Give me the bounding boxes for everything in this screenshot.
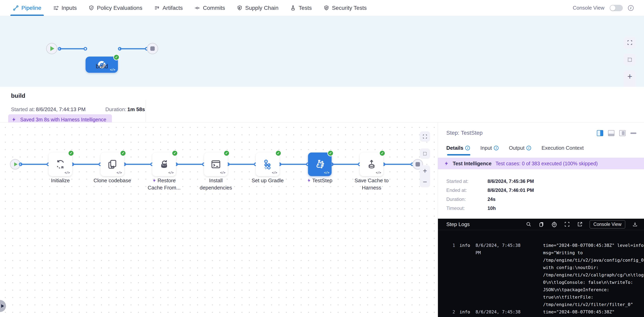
pipeline-canvas[interactable]: ✓ </> build + − bbox=[0, 16, 644, 87]
info-icon[interactable]: i bbox=[526, 146, 531, 150]
marquee-select-button[interactable] bbox=[420, 148, 430, 159]
tab-pipeline[interactable]: Pipeline bbox=[13, 0, 41, 16]
log-lines[interactable]: 1 info 8/6/2024, 7:45:38 PM time="2024-0… bbox=[438, 230, 644, 317]
stop-icon bbox=[416, 162, 420, 166]
open-in-new-icon[interactable] bbox=[577, 221, 583, 227]
step-label-initialize: Initialize bbox=[30, 177, 90, 184]
layout-drawer-button[interactable] bbox=[619, 130, 626, 136]
fullscreen-icon[interactable] bbox=[564, 221, 570, 227]
tab-execution-context[interactable]: Execution Context bbox=[542, 145, 584, 151]
layout-split-right-button[interactable] bbox=[597, 130, 603, 136]
inputs-icon bbox=[53, 5, 59, 11]
fullscreen-button[interactable] bbox=[420, 131, 430, 142]
success-check-icon: ✓ bbox=[120, 150, 126, 156]
tab-inputs[interactable]: Inputs bbox=[53, 0, 77, 16]
tab-details[interactable]: Detailsi bbox=[446, 145, 470, 151]
tab-policy-evaluations[interactable]: Policy Evaluations bbox=[88, 0, 142, 16]
toggle-knob bbox=[610, 6, 616, 10]
success-check-icon: ✓ bbox=[379, 150, 385, 156]
pipeline-end-node[interactable] bbox=[147, 43, 158, 54]
code-glyph-icon: </> bbox=[272, 171, 277, 174]
step-label-restore-cache: Restore Cache From... bbox=[134, 177, 194, 191]
tab-label: Security Tests bbox=[332, 5, 367, 11]
fullscreen-button[interactable] bbox=[624, 36, 636, 49]
play-icon bbox=[50, 46, 54, 51]
success-check-icon: ✓ bbox=[224, 150, 230, 156]
step-label-set-up-gradle: Set up Gradle bbox=[238, 177, 298, 184]
commits-icon bbox=[194, 5, 200, 11]
step-node-restore-cache[interactable]: ✓ </> bbox=[152, 152, 176, 176]
minimize-panel-button[interactable] bbox=[630, 132, 636, 134]
started-at-value: 8/6/2024, 7:44:13 PM bbox=[36, 106, 86, 112]
step-detail-tabs: Detailsi Inputi Outputi Execution Contex… bbox=[446, 145, 584, 151]
log-entry: 2 info 8/6/2024, 7:45:38 PM time="2024-0… bbox=[448, 308, 644, 317]
field-value: 10h bbox=[488, 206, 496, 211]
tab-input[interactable]: Inputi bbox=[480, 145, 498, 151]
log-line-number: 2 bbox=[448, 308, 455, 317]
test-intelligence-banner[interactable]: Test Intelligence Test cases: 0 of 383 e… bbox=[438, 158, 644, 169]
intelligence-badge-text: Saved 3m 8s with Harness Intelligence bbox=[20, 117, 106, 122]
fullscreen-icon bbox=[627, 40, 633, 46]
console-view-button[interactable]: Console View bbox=[590, 220, 625, 228]
zoom-controls: + − bbox=[420, 165, 430, 187]
layout-split-bottom-button[interactable] bbox=[608, 130, 614, 136]
stage-steps-canvas[interactable]: ✓ </> Initialize ✓ </> Clone codebase ✓ bbox=[0, 122, 438, 317]
tab-output[interactable]: Outputi bbox=[509, 145, 531, 151]
marquee-select-button[interactable] bbox=[624, 54, 636, 66]
step-node-initialize[interactable]: ✓ </> bbox=[48, 152, 72, 176]
chevron-right-icon bbox=[1, 304, 4, 308]
info-icon[interactable]: i bbox=[628, 5, 634, 11]
lightning-bolt-icon bbox=[152, 178, 156, 183]
field-label: Duration: bbox=[446, 196, 488, 202]
console-view-toggle[interactable] bbox=[610, 5, 623, 11]
pipeline-start-node[interactable] bbox=[46, 43, 57, 54]
step-node-teststep[interactable]: ✓ </> bbox=[308, 152, 332, 176]
save-cache-icon bbox=[366, 159, 377, 170]
expand-panel-handle[interactable] bbox=[0, 300, 6, 312]
lightning-bolt-icon bbox=[444, 161, 449, 166]
tab-supply-chain[interactable]: Supply Chain bbox=[237, 0, 279, 16]
tab-label: Inputs bbox=[62, 5, 77, 11]
settings-gear-icon[interactable] bbox=[551, 221, 557, 227]
field-label: Started at: bbox=[446, 178, 488, 184]
field-label: Ended at: bbox=[446, 188, 488, 193]
success-check-icon: ✓ bbox=[68, 150, 74, 156]
log-message: time="2024-08-07T00:45:38Z" level=info m… bbox=[543, 242, 644, 308]
code-glyph-icon: </> bbox=[220, 171, 225, 174]
tab-security-tests[interactable]: Security Tests bbox=[324, 0, 367, 16]
download-icon[interactable] bbox=[632, 221, 638, 227]
zoom-in-button[interactable]: + bbox=[628, 72, 632, 81]
step-logs-title: Step Logs bbox=[446, 221, 470, 228]
teststep-icon bbox=[314, 159, 326, 170]
tab-label: Tests bbox=[298, 5, 312, 11]
info-icon[interactable]: i bbox=[465, 146, 470, 150]
step-node-clone-codebase[interactable]: ✓ </> bbox=[100, 152, 124, 176]
tab-commits[interactable]: Commits bbox=[194, 0, 225, 16]
zoom-out-button[interactable]: − bbox=[423, 178, 427, 186]
console-view-label: Console View bbox=[573, 5, 604, 11]
started-at-row: Started at: 8/6/2024, 7:44:13 PM bbox=[11, 106, 86, 112]
code-glyph-icon: </> bbox=[376, 171, 381, 174]
duration-row: Duration: 1m 58s bbox=[105, 106, 145, 112]
log-line-number: 1 bbox=[448, 242, 455, 308]
step-node-save-cache[interactable]: ✓ </> bbox=[360, 152, 383, 176]
field-row: Duration: 24s bbox=[446, 196, 534, 202]
search-icon[interactable] bbox=[526, 221, 532, 227]
stage-summary: build Started at: 8/6/2024, 7:44:13 PM D… bbox=[0, 87, 644, 122]
copy-icon[interactable] bbox=[538, 221, 544, 227]
success-check-icon: ✓ bbox=[328, 150, 334, 156]
tab-artifacts[interactable]: Artifacts bbox=[154, 0, 183, 16]
field-value: 8/6/2024, 7:46:01 PM bbox=[488, 188, 534, 193]
step-node-set-up-gradle[interactable]: ✓ </> bbox=[256, 152, 280, 176]
divider bbox=[146, 100, 146, 122]
zoom-in-button[interactable]: + bbox=[423, 167, 427, 174]
step-node-install-dependencies[interactable]: ✓ </> bbox=[204, 152, 228, 176]
info-icon[interactable]: i bbox=[494, 146, 498, 150]
panel-layout-toggles bbox=[597, 130, 636, 136]
clone-codebase-icon bbox=[107, 159, 118, 170]
marquee-select-icon bbox=[422, 151, 428, 156]
log-entry: 1 info 8/6/2024, 7:45:38 PM time="2024-0… bbox=[448, 242, 644, 308]
duration-label: Duration: bbox=[105, 106, 126, 112]
field-row: Started at: 8/6/2024, 7:45:36 PM bbox=[446, 178, 534, 184]
tab-tests[interactable]: Tests bbox=[290, 0, 312, 16]
